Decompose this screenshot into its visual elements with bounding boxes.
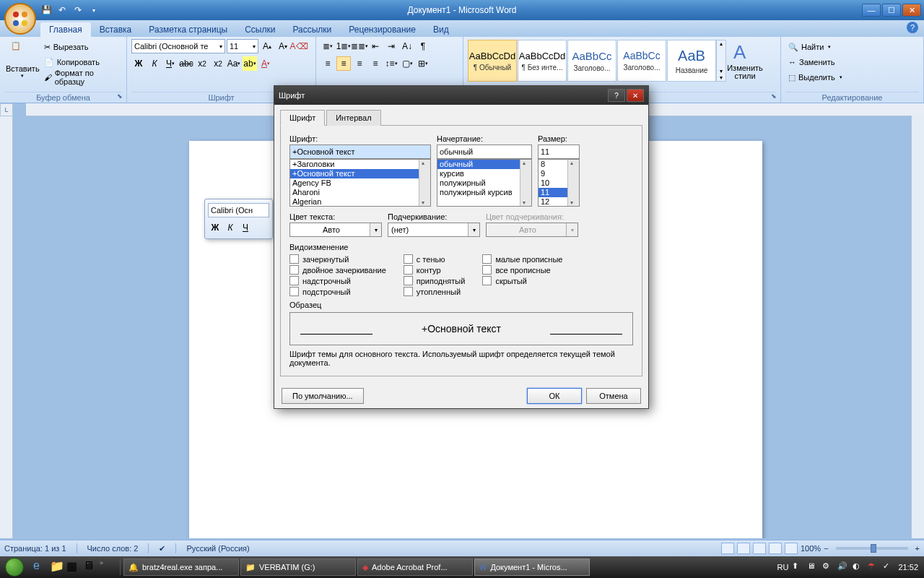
task-item-3[interactable]: ◆Adobe Acrobat Prof... [357, 558, 473, 576]
bold-button[interactable]: Ж [131, 56, 146, 71]
check-hidden[interactable]: скрытый [482, 276, 562, 285]
zoom-slider[interactable] [836, 547, 908, 550]
ql-icon-4[interactable]: 🖥 [83, 559, 99, 575]
dialog-tab-font[interactable]: Шрифт [280, 110, 325, 126]
dialog-close-button[interactable]: ✕ [627, 89, 644, 102]
style-scroll[interactable]: ▴▾▾ [716, 40, 726, 82]
tab-insert[interactable]: Вставка [91, 22, 141, 37]
undo-icon[interactable]: ↶ [56, 4, 68, 16]
tab-mailings[interactable]: Рассылки [284, 22, 340, 37]
font-list-scrollbar[interactable] [419, 160, 430, 206]
qat-more-icon[interactable]: ▾ [88, 4, 100, 16]
shading-button[interactable]: ▢▾ [400, 56, 414, 71]
tray-lang[interactable]: RU [777, 563, 789, 571]
dialog-titlebar[interactable]: Шрифт ? ✕ [274, 86, 648, 105]
font-color-button[interactable]: A▾ [258, 56, 273, 71]
text-color-combo[interactable]: Авто▾ [289, 223, 382, 237]
subscript-button[interactable]: x2 [195, 56, 209, 71]
view-full-screen[interactable] [737, 543, 750, 554]
numbering-button[interactable]: 1≣▾ [336, 39, 351, 53]
format-painter-button[interactable]: 🖌Формат по образцу [41, 70, 122, 85]
status-words[interactable]: Число слов: 2 [87, 544, 139, 553]
cut-button[interactable]: ✂Вырезать [41, 40, 122, 54]
status-proofing-icon[interactable]: ✔ [159, 544, 165, 553]
tray-icon-5[interactable]: ◐ [853, 561, 864, 573]
align-right-button[interactable]: ≡ [352, 56, 367, 71]
tab-references[interactable]: Ссылки [236, 22, 284, 37]
ie-icon[interactable]: e [33, 559, 49, 575]
save-icon[interactable]: 💾 [40, 4, 52, 16]
find-button[interactable]: 🔍Найти▾ [785, 40, 919, 54]
paste-button[interactable]: 📋 Вставить ▾ [4, 38, 41, 86]
copy-button[interactable]: 📄Копировать [41, 55, 122, 69]
styles-launcher[interactable]: ⬊ [769, 91, 779, 101]
indent-dec-button[interactable]: ⇤ [368, 39, 383, 53]
help-icon[interactable]: ? [907, 22, 918, 33]
tray-icon-7[interactable]: ✓ [883, 561, 894, 573]
align-center-button[interactable]: ≡ [336, 56, 351, 71]
view-print-layout[interactable] [721, 543, 734, 554]
check-shadow[interactable]: с тенью [404, 254, 466, 264]
start-button[interactable] [0, 556, 29, 578]
underline-button[interactable]: Ч▾ [163, 56, 178, 71]
font-size-combo[interactable]: 11▾ [227, 39, 258, 53]
shrink-font-button[interactable]: A▾ [276, 39, 290, 53]
grow-font-button[interactable]: A▴ [260, 39, 274, 53]
justify-button[interactable]: ≡ [368, 56, 383, 71]
dialog-tab-spacing[interactable]: Интервал [326, 110, 380, 126]
check-emboss[interactable]: приподнятый [404, 276, 466, 285]
clear-format-button[interactable]: A⌫ [292, 39, 306, 53]
tray-volume-icon[interactable]: 🔊 [837, 561, 849, 573]
mini-italic[interactable]: К [223, 220, 237, 235]
select-button[interactable]: ⬚Выделить▾ [785, 70, 919, 85]
tab-review[interactable]: Рецензирование [340, 22, 424, 37]
tab-home[interactable]: Главная [40, 22, 91, 37]
check-outline[interactable]: контур [404, 265, 466, 275]
highlight-button[interactable]: ab▾ [243, 56, 257, 71]
underline-combo[interactable]: (нет)▾ [388, 223, 480, 237]
tray-network-icon[interactable]: 🖥 [807, 561, 819, 573]
dialog-help-button[interactable]: ? [608, 89, 625, 102]
maximize-button[interactable]: ☐ [882, 4, 901, 17]
mini-underline[interactable]: Ч [238, 220, 253, 235]
size-list-scrollbar[interactable] [567, 160, 579, 206]
line-spacing-button[interactable]: ↕≡▾ [384, 56, 398, 71]
mini-font-combo[interactable]: Calibri (Осн [208, 203, 269, 217]
mini-bold[interactable]: Ж [208, 220, 222, 235]
vertical-scrollbar[interactable] [911, 116, 924, 538]
style-heading2[interactable]: AaBbCcЗаголово... [617, 40, 666, 82]
tab-selector[interactable]: L [0, 103, 13, 116]
font-name-list[interactable]: +Заголовки +Основной текст Agency FB Aha… [289, 159, 431, 207]
close-button[interactable]: ✕ [902, 4, 921, 17]
font-name-combo[interactable]: Calibri (Основной те▾ [131, 39, 225, 53]
replace-button[interactable]: ↔Заменить [785, 55, 919, 69]
style-list-scrollbar[interactable] [520, 160, 531, 206]
superscript-button[interactable]: x2 [211, 56, 225, 71]
check-strike[interactable]: зачеркнутый [289, 254, 386, 264]
explorer-icon[interactable]: 📁 [50, 559, 66, 575]
tab-view[interactable]: Вид [424, 22, 458, 37]
default-button[interactable]: По умолчанию... [282, 388, 364, 404]
style-title[interactable]: AaBНазвание [667, 40, 716, 82]
tray-icon-3[interactable]: ⚙ [822, 561, 834, 573]
indent-inc-button[interactable]: ⇥ [384, 39, 398, 53]
multilevel-button[interactable]: ≣≣▾ [352, 39, 367, 53]
ok-button[interactable]: ОК [527, 388, 582, 404]
tab-page-layout[interactable]: Разметка страницы [140, 22, 236, 37]
font-style-list[interactable]: обычный курсив полужирный полужирный кур… [437, 159, 532, 207]
check-smallcaps[interactable]: малые прописные [482, 254, 562, 264]
office-button[interactable] [4, 3, 36, 35]
italic-button[interactable]: К [147, 56, 162, 71]
tray-antivirus-icon[interactable]: ☂ [868, 561, 879, 573]
zoom-in-button[interactable]: + [915, 544, 920, 553]
tray-clock[interactable]: 21:52 [898, 563, 918, 571]
style-normal[interactable]: AaBbCcDd¶ Обычный [468, 40, 517, 82]
view-draft[interactable] [785, 543, 798, 554]
strike-button[interactable]: abc [179, 56, 193, 71]
tray-icon-1[interactable]: ⬆ [792, 561, 803, 573]
vertical-ruler[interactable] [0, 116, 13, 538]
status-language[interactable]: Русский (Россия) [186, 544, 249, 553]
view-web[interactable] [753, 543, 766, 554]
borders-button[interactable]: ⊞▾ [416, 56, 430, 71]
font-size-input[interactable]: 11 [538, 144, 580, 159]
